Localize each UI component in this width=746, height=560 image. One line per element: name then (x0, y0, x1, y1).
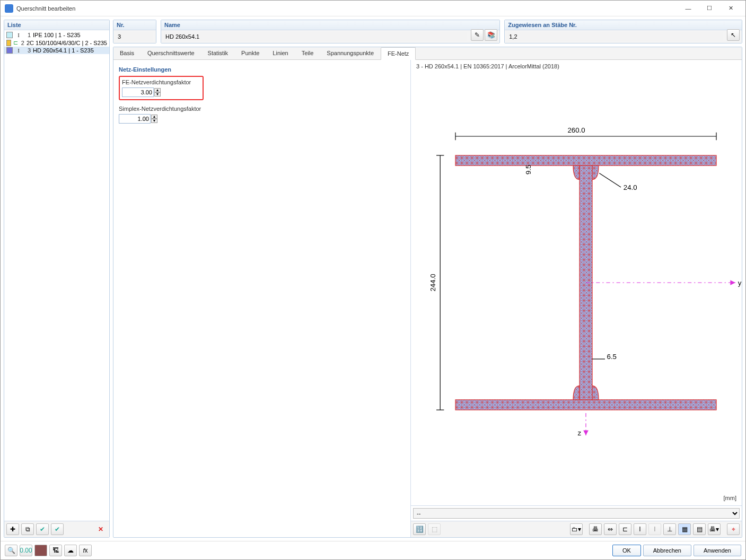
simplex-factor-input[interactable] (119, 114, 151, 124)
dim-radius: 24.0 (624, 183, 637, 191)
preview-select[interactable]: -- (413, 508, 740, 519)
list-header: Liste (4, 20, 109, 30)
tab-punkte[interactable]: Punkte (235, 47, 266, 59)
name-input[interactable] (164, 32, 467, 41)
tool-profile1-icon[interactable]: I (634, 523, 646, 535)
assign-group: Zugewiesen an Stäbe Nr. ↖ (504, 20, 742, 43)
titlebar: Querschnitt bearbeiten — ☐ ✕ (1, 1, 745, 16)
svg-marker-16 (583, 430, 589, 435)
edit-icon[interactable]: ✎ (471, 29, 484, 41)
dim-width: 260.0 (567, 126, 585, 134)
tab-querschnittswerte[interactable]: Querschnittswerte (141, 47, 201, 59)
dim-height: 244.0 (429, 274, 437, 291)
item-number: 3 (24, 47, 31, 54)
new-button[interactable]: ✚ (6, 523, 19, 535)
list-item[interactable]: I 1 IPE 100 | 1 - S235 (4, 31, 109, 39)
assign-input[interactable] (508, 32, 723, 41)
nr-label: Nr. (113, 20, 156, 30)
list-item[interactable]: I 3 HD 260x54.1 | 1 - S235 (4, 47, 109, 54)
preview-toolbar: 🔢 ⬚ 🗀▾ 🖶 ⇔ ⊏ I I ⊥ ▦ ▤ (411, 521, 742, 537)
apply-button[interactable]: Anwenden (694, 545, 741, 556)
tool-profile2-icon[interactable]: I (648, 523, 661, 535)
item-label: IPE 100 | 1 - S235 (33, 32, 107, 38)
delete-button[interactable]: ✕ (94, 523, 107, 535)
ok-button[interactable]: OK (612, 545, 641, 556)
tab-linien[interactable]: Linien (266, 47, 295, 59)
tab-statistik[interactable]: Statistik (201, 47, 235, 59)
tool-dims-icon[interactable]: ⇔ (604, 523, 617, 535)
tool-disabled-icon: ⬚ (428, 523, 441, 535)
check-all-button[interactable]: ✔ (51, 523, 64, 535)
tab-spannungspunkte[interactable]: Spannungspunkte (320, 47, 381, 59)
settings-header: Netz-Einstellungen (118, 64, 406, 76)
tool-center-icon[interactable]: ⊏ (619, 523, 631, 535)
item-number: 2 (20, 40, 24, 46)
ibeam-icon: I (15, 47, 22, 54)
tool-grid-icon[interactable]: ▤ (693, 523, 706, 535)
library-icon[interactable]: 📚 (485, 29, 497, 41)
dim-flange: 9.5 (524, 165, 532, 174)
assign-label: Zugewiesen an Stäbe Nr. (505, 20, 742, 30)
scheme-icon[interactable]: 🏗 (49, 545, 62, 556)
color-swatch (6, 47, 13, 54)
tool-target-icon[interactable]: ⌖ (727, 523, 740, 535)
tool-print2-icon[interactable]: 🖶▾ (708, 523, 721, 535)
fe-factor-highlight: FE-Netzverdichtungsfaktor ▲▼ (119, 76, 204, 100)
ibeam-icon: I (15, 32, 22, 38)
window-title: Querschnitt bearbeiten (16, 5, 678, 12)
color-icon[interactable] (34, 545, 47, 556)
dim-web: 6.5 (607, 353, 617, 361)
fx-icon[interactable]: fx (79, 545, 92, 556)
tool-print-icon[interactable]: 🖶 (589, 523, 602, 535)
simplex-factor-label: Simplex-Netzverdichtungsfaktor (119, 106, 405, 112)
list-toolbar: ✚ ⧉ ✔ ✔ ✕ (4, 521, 109, 537)
minimize-button[interactable]: — (678, 2, 699, 15)
preview-unit: [mm] (724, 495, 736, 501)
svg-text:z: z (577, 429, 581, 437)
svg-rect-7 (455, 155, 716, 165)
tab-bar: Basis Querschnittswerte Statistik Punkte… (113, 47, 742, 60)
section-list[interactable]: I 1 IPE 100 | 1 - S235 ⊏ 2 2C 150/100/4/… (4, 30, 109, 521)
simplex-factor-spinner[interactable]: ▲▼ (151, 115, 157, 123)
tool-shear-icon[interactable]: ⊥ (663, 523, 676, 535)
app-icon (5, 4, 13, 13)
channel-icon: ⊏ (13, 39, 18, 46)
list-item[interactable]: ⊏ 2 2C 150/100/4/6/30/C | 2 - S235 (4, 39, 109, 47)
item-label: HD 260x54.1 | 1 - S235 (33, 47, 107, 54)
units-icon[interactable]: 0.00 (20, 545, 32, 556)
tab-fe-netz[interactable]: FE-Netz (381, 47, 416, 60)
misc-icon[interactable]: ☁ (64, 545, 77, 556)
name-label: Name (161, 20, 499, 30)
copy-button[interactable]: ⧉ (21, 523, 34, 535)
svg-line-10 (599, 173, 621, 187)
maximize-button[interactable]: ☐ (699, 2, 720, 15)
nr-group: Nr. (113, 20, 156, 43)
fe-factor-input[interactable] (122, 88, 154, 97)
check-button[interactable]: ✔ (36, 523, 49, 535)
preview-title: 3 - HD 260x54.1 | EN 10365:2017 | Arcelo… (411, 60, 742, 73)
svg-rect-8 (455, 400, 716, 410)
help-icon[interactable]: 🔍 (5, 545, 17, 556)
color-swatch (6, 32, 13, 38)
preview-canvas[interactable]: 260.0 244.0 9.5 (411, 73, 742, 505)
item-label: 2C 150/100/4/6/30/C | 2 - S235 (27, 40, 107, 46)
tool-mesh-icon[interactable]: ▦ (678, 523, 691, 535)
tab-teile[interactable]: Teile (295, 47, 321, 59)
tool-axes-icon[interactable]: 🗀▾ (570, 523, 583, 535)
dialog-footer: 🔍 0.00 🏗 ☁ fx OK Abbrechen Anwenden (1, 541, 745, 559)
list-panel: Liste I 1 IPE 100 | 1 - S235 ⊏ 2 2C 150/… (4, 20, 110, 538)
fe-factor-label: FE-Netzverdichtungsfaktor (122, 79, 200, 85)
name-group: Name ✎ 📚 (161, 20, 500, 43)
cancel-button[interactable]: Abbrechen (643, 545, 691, 556)
svg-marker-13 (730, 280, 735, 285)
fe-factor-spinner[interactable]: ▲▼ (154, 88, 161, 97)
picker-icon[interactable]: ↖ (727, 29, 740, 41)
nr-input[interactable] (117, 32, 153, 41)
svg-text:y: y (738, 279, 742, 287)
color-swatch (6, 40, 11, 46)
item-number: 1 (24, 32, 31, 38)
close-button[interactable]: ✕ (720, 2, 741, 15)
tab-basis[interactable]: Basis (113, 47, 141, 59)
tool-values-icon[interactable]: 🔢 (413, 523, 426, 535)
